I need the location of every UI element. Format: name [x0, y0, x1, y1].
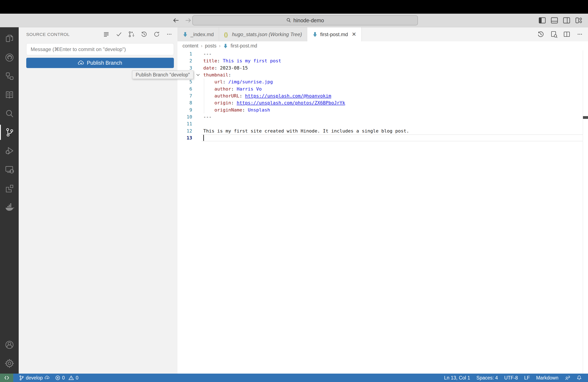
- code-line[interactable]: originName: Unsplash: [203, 106, 582, 113]
- json-file-icon: {}: [224, 32, 230, 37]
- eol-status[interactable]: LF: [521, 374, 533, 382]
- code-line[interactable]: authorURL: https://unsplash.com/@hoanvok…: [203, 92, 582, 99]
- code-line[interactable]: date: 2023-08-15: [203, 64, 582, 71]
- search-icon: [286, 18, 291, 23]
- title-bar: hinode-demo: [0, 14, 588, 27]
- breadcrumb-separator: ›: [201, 43, 202, 49]
- docs-book-icon[interactable]: [0, 86, 19, 103]
- git-branch-icon: [19, 375, 24, 381]
- forward-arrow-icon[interactable]: [184, 17, 192, 24]
- line-number[interactable]: 11: [177, 120, 192, 127]
- line-number[interactable]: 5: [177, 78, 192, 85]
- docker-icon[interactable]: [0, 199, 19, 215]
- line-number[interactable]: 12: [177, 127, 192, 134]
- cursor-position-status[interactable]: Ln 13, Col 1: [441, 374, 473, 382]
- line-number[interactable]: 6: [177, 85, 192, 92]
- toggle-secondary-sidebar-icon[interactable]: [562, 16, 571, 24]
- timeline-history-icon[interactable]: [536, 30, 545, 39]
- encoding-status[interactable]: UTF-8: [501, 374, 521, 382]
- line-number[interactable]: 2: [177, 57, 192, 64]
- toggle-panel-icon[interactable]: [550, 16, 559, 24]
- history-icon[interactable]: [140, 30, 148, 38]
- source-control-icon[interactable]: [0, 124, 19, 141]
- extensions-icon[interactable]: [0, 180, 19, 197]
- branch-status-item[interactable]: develop: [16, 374, 52, 382]
- markdown-file-icon: [183, 32, 188, 37]
- line-number[interactable]: 13: [177, 134, 192, 141]
- commit-message-input[interactable]: [26, 43, 174, 55]
- view-as-list-icon[interactable]: [102, 30, 110, 38]
- open-preview-icon[interactable]: [549, 30, 558, 39]
- line-number[interactable]: 3: [177, 64, 192, 71]
- line-number[interactable]: 8: [177, 99, 192, 106]
- create-pull-request-icon[interactable]: [127, 30, 135, 38]
- warning-count: 0: [76, 375, 78, 381]
- breadcrumb-item[interactable]: first-post.md: [231, 43, 257, 49]
- code-line[interactable]: title: This is my first post: [203, 57, 582, 64]
- code-line[interactable]: [203, 134, 582, 141]
- tab-hugo-stats-json[interactable]: {} hugo_stats.json (Working Tree): [219, 27, 307, 41]
- settings-gear-icon[interactable]: [0, 355, 19, 372]
- code-line[interactable]: [203, 120, 582, 127]
- code-line[interactable]: ---: [203, 113, 582, 120]
- markdown-file-icon: [223, 43, 228, 48]
- breadcrumb: content › posts › first-post.md: [177, 41, 588, 50]
- activity-bar: [0, 27, 19, 374]
- run-and-debug-icon[interactable]: [0, 143, 19, 159]
- line-number[interactable]: 9: [177, 106, 192, 113]
- commit-check-icon[interactable]: [115, 30, 123, 38]
- errors-icon: [55, 375, 61, 381]
- toggle-primary-sidebar-icon[interactable]: [538, 16, 546, 24]
- remote-indicator[interactable]: [0, 374, 13, 382]
- code-line[interactable]: url: /img/sunrise.jpg: [203, 78, 582, 85]
- overview-ruler[interactable]: [583, 50, 583, 374]
- feedback-icon[interactable]: [562, 374, 573, 382]
- cloud-upload-icon: [78, 60, 84, 66]
- code-line[interactable]: thumbnail:: [203, 71, 582, 78]
- publish-branch-tooltip: Publish Branch "develop": [132, 71, 193, 79]
- code-line[interactable]: ---: [203, 50, 582, 57]
- tab-index-md[interactable]: _index.md: [177, 27, 219, 41]
- split-editor-icon[interactable]: [562, 30, 571, 39]
- more-actions-icon[interactable]: [575, 30, 584, 39]
- explorer-icon[interactable]: [0, 30, 19, 47]
- line-number[interactable]: 1: [177, 50, 192, 57]
- sidebar-title: SOURCE CONTROL: [26, 32, 70, 37]
- top-black-bar: [0, 0, 588, 14]
- problems-status-item[interactable]: 0 0: [52, 374, 81, 382]
- accounts-icon[interactable]: [0, 337, 19, 353]
- indentation-status[interactable]: Spaces: 4: [473, 374, 501, 382]
- breadcrumb-item[interactable]: content: [183, 43, 198, 49]
- command-center-text: hinode-demo: [293, 18, 324, 23]
- breadcrumb-item[interactable]: posts: [205, 43, 216, 49]
- editor-group: _index.md {} hugo_stats.json (Working Tr…: [177, 27, 588, 374]
- publish-branch-button[interactable]: Publish Branch: [26, 58, 174, 68]
- github-icon[interactable]: [0, 49, 19, 66]
- fold-chevron-icon[interactable]: [194, 72, 202, 78]
- publish-branch-label: Publish Branch: [87, 60, 122, 66]
- text-cursor: [203, 135, 204, 141]
- code-area[interactable]: 12345678910111213 ---title: This is my f…: [177, 50, 588, 374]
- tab-close-icon[interactable]: ✕: [352, 31, 356, 38]
- tab-first-post-md[interactable]: first-post.md ✕: [307, 27, 362, 41]
- remote-explorer-icon[interactable]: [0, 161, 19, 178]
- markdown-file-icon: [312, 32, 318, 37]
- command-center-search[interactable]: hinode-demo: [192, 15, 418, 25]
- code-line[interactable]: author: Harris Vo: [203, 85, 582, 92]
- breadcrumb-separator: ›: [219, 43, 220, 49]
- line-number[interactable]: 10: [177, 113, 192, 120]
- code-line[interactable]: This is my first site created with Hinod…: [203, 127, 582, 134]
- refresh-icon[interactable]: [153, 30, 161, 38]
- more-actions-icon[interactable]: [165, 30, 173, 38]
- customize-layout-icon[interactable]: [575, 16, 583, 24]
- status-bar: develop 0 0 Ln 13, Col 1 Spaces: 4 UTF-8…: [0, 374, 588, 382]
- publish-cloud-icon: [44, 375, 50, 381]
- references-hierarchy-icon[interactable]: [0, 68, 19, 85]
- language-mode-status[interactable]: Markdown: [533, 374, 562, 382]
- search-icon[interactable]: [0, 105, 19, 122]
- branch-name: develop: [26, 375, 43, 381]
- line-number[interactable]: 7: [177, 92, 192, 99]
- code-line[interactable]: origin: https://unsplash.com/photos/ZX6B…: [203, 99, 582, 106]
- back-arrow-icon[interactable]: [172, 17, 180, 24]
- notifications-bell-icon[interactable]: [573, 374, 585, 382]
